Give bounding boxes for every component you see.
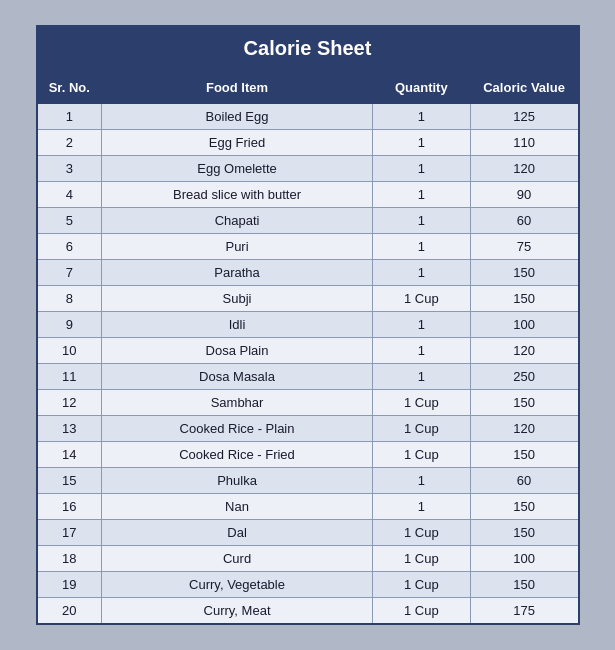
table-title: Calorie Sheet — [37, 26, 579, 71]
cell-sr-no: 4 — [37, 182, 102, 208]
cell-calories: 120 — [470, 416, 578, 442]
header-row: Sr. No. Food Item Quantity Caloric Value — [37, 71, 579, 104]
cell-calories: 90 — [470, 182, 578, 208]
cell-food-item: Egg Fried — [102, 130, 373, 156]
cell-food-item: Bread slice with butter — [102, 182, 373, 208]
cell-food-item: Phulka — [102, 468, 373, 494]
header-quantity: Quantity — [373, 71, 471, 104]
table-row: 10Dosa Plain1120 — [37, 338, 579, 364]
cell-quantity: 1 — [373, 338, 471, 364]
cell-quantity: 1 — [373, 312, 471, 338]
cell-sr-no: 2 — [37, 130, 102, 156]
cell-quantity: 1 Cup — [373, 442, 471, 468]
table-row: 1Boiled Egg1125 — [37, 104, 579, 130]
cell-calories: 150 — [470, 442, 578, 468]
table-row: 5Chapati160 — [37, 208, 579, 234]
cell-sr-no: 14 — [37, 442, 102, 468]
cell-food-item: Paratha — [102, 260, 373, 286]
cell-quantity: 1 — [373, 104, 471, 130]
cell-calories: 175 — [470, 598, 578, 625]
table-wrapper: Calorie Sheet Sr. No. Food Item Quantity… — [18, 7, 598, 643]
cell-quantity: 1 Cup — [373, 546, 471, 572]
header-food-item: Food Item — [102, 71, 373, 104]
cell-calories: 150 — [470, 520, 578, 546]
table-row: 2Egg Fried1110 — [37, 130, 579, 156]
cell-quantity: 1 — [373, 364, 471, 390]
cell-calories: 150 — [470, 494, 578, 520]
table-row: 11Dosa Masala1250 — [37, 364, 579, 390]
calorie-table: Calorie Sheet Sr. No. Food Item Quantity… — [36, 25, 580, 625]
cell-calories: 100 — [470, 546, 578, 572]
cell-food-item: Curry, Vegetable — [102, 572, 373, 598]
table-row: 19Curry, Vegetable1 Cup150 — [37, 572, 579, 598]
cell-food-item: Egg Omelette — [102, 156, 373, 182]
cell-calories: 120 — [470, 156, 578, 182]
cell-quantity: 1 Cup — [373, 390, 471, 416]
cell-quantity: 1 Cup — [373, 598, 471, 625]
cell-calories: 100 — [470, 312, 578, 338]
cell-sr-no: 20 — [37, 598, 102, 625]
cell-food-item: Idli — [102, 312, 373, 338]
cell-quantity: 1 Cup — [373, 416, 471, 442]
table-row: 15Phulka160 — [37, 468, 579, 494]
cell-sr-no: 6 — [37, 234, 102, 260]
cell-sr-no: 17 — [37, 520, 102, 546]
table-row: 17Dal1 Cup150 — [37, 520, 579, 546]
cell-food-item: Boiled Egg — [102, 104, 373, 130]
cell-food-item: Puri — [102, 234, 373, 260]
cell-food-item: Dosa Plain — [102, 338, 373, 364]
cell-quantity: 1 — [373, 208, 471, 234]
header-caloric-value: Caloric Value — [470, 71, 578, 104]
cell-calories: 110 — [470, 130, 578, 156]
cell-quantity: 1 Cup — [373, 286, 471, 312]
table-row: 8Subji1 Cup150 — [37, 286, 579, 312]
table-row: 3Egg Omelette1120 — [37, 156, 579, 182]
table-body: 1Boiled Egg11252Egg Fried11103Egg Omelet… — [37, 104, 579, 625]
cell-quantity: 1 — [373, 260, 471, 286]
cell-quantity: 1 — [373, 494, 471, 520]
cell-quantity: 1 — [373, 130, 471, 156]
cell-food-item: Cooked Rice - Fried — [102, 442, 373, 468]
cell-food-item: Curry, Meat — [102, 598, 373, 625]
table-row: 9Idli1100 — [37, 312, 579, 338]
table-row: 18Curd1 Cup100 — [37, 546, 579, 572]
cell-sr-no: 18 — [37, 546, 102, 572]
cell-sr-no: 5 — [37, 208, 102, 234]
cell-calories: 150 — [470, 390, 578, 416]
cell-sr-no: 1 — [37, 104, 102, 130]
cell-sr-no: 16 — [37, 494, 102, 520]
cell-food-item: Curd — [102, 546, 373, 572]
cell-calories: 150 — [470, 260, 578, 286]
cell-quantity: 1 — [373, 468, 471, 494]
table-row: 7Paratha1150 — [37, 260, 579, 286]
cell-quantity: 1 — [373, 234, 471, 260]
cell-sr-no: 15 — [37, 468, 102, 494]
cell-calories: 150 — [470, 572, 578, 598]
cell-food-item: Subji — [102, 286, 373, 312]
cell-calories: 250 — [470, 364, 578, 390]
cell-sr-no: 19 — [37, 572, 102, 598]
table-row: 4Bread slice with butter190 — [37, 182, 579, 208]
table-row: 12Sambhar1 Cup150 — [37, 390, 579, 416]
cell-quantity: 1 Cup — [373, 520, 471, 546]
cell-calories: 75 — [470, 234, 578, 260]
cell-sr-no: 3 — [37, 156, 102, 182]
cell-food-item: Cooked Rice - Plain — [102, 416, 373, 442]
cell-quantity: 1 — [373, 156, 471, 182]
cell-food-item: Dosa Masala — [102, 364, 373, 390]
cell-calories: 60 — [470, 208, 578, 234]
cell-quantity: 1 — [373, 182, 471, 208]
cell-sr-no: 11 — [37, 364, 102, 390]
cell-sr-no: 13 — [37, 416, 102, 442]
cell-sr-no: 10 — [37, 338, 102, 364]
cell-sr-no: 8 — [37, 286, 102, 312]
cell-sr-no: 9 — [37, 312, 102, 338]
table-row: 6Puri175 — [37, 234, 579, 260]
table-row: 14Cooked Rice - Fried1 Cup150 — [37, 442, 579, 468]
table-row: 13Cooked Rice - Plain1 Cup120 — [37, 416, 579, 442]
cell-calories: 150 — [470, 286, 578, 312]
cell-calories: 125 — [470, 104, 578, 130]
table-row: 16Nan1150 — [37, 494, 579, 520]
title-row: Calorie Sheet — [37, 26, 579, 71]
cell-food-item: Chapati — [102, 208, 373, 234]
